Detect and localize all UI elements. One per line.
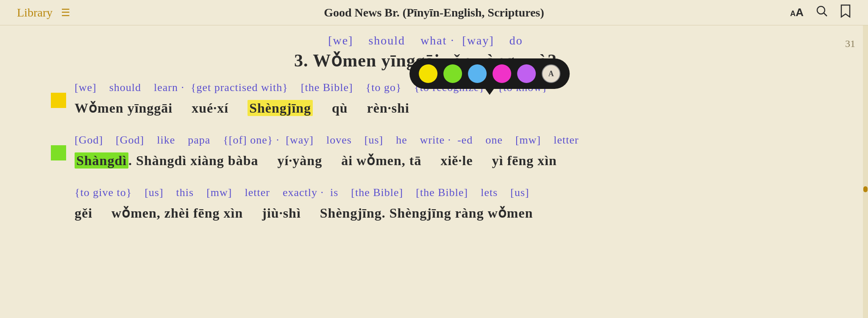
v1g-should: should xyxy=(109,81,141,94)
verse-text-3: {to give to} [us] this [mw] letter exact… xyxy=(75,184,800,224)
svg-line-1 xyxy=(824,13,827,17)
v1g-bible: [the Bible] xyxy=(301,81,353,94)
menu-icon[interactable]: ☰ xyxy=(61,7,70,19)
v2g-he: he xyxy=(396,134,407,146)
verse-3-gloss: {to give to} [us] this [mw] letter exact… xyxy=(75,184,800,201)
v3g-mw: [mw] xyxy=(206,186,232,199)
v2g-papa: papa xyxy=(188,134,210,146)
color-picker-popup: A xyxy=(409,58,570,89)
v3g-bible1: [the Bible] xyxy=(351,186,403,199)
verse-1-pinyin: Wǒmen yīnggāi xué·xí Shèngjīng qù rèn·sh… xyxy=(75,97,800,119)
v2g-write: write xyxy=(420,134,445,146)
color-blue[interactable] xyxy=(468,64,487,83)
verse-1-highlight: Shèngjīng xyxy=(248,100,313,116)
verse-marker-1 xyxy=(51,93,66,108)
app-header: Library ☰ Good News Br. (Pīnyīn-English,… xyxy=(0,0,868,25)
verse-3-pinyin: gěi wǒmen, zhèi fēng xìn jiù·shì Shèngjī… xyxy=(75,202,800,224)
v2g-one: one xyxy=(485,134,503,146)
v2g-god2: [God] xyxy=(116,134,144,146)
header-center: Good News Br. (Pīnyīn-English, Scripture… xyxy=(102,6,766,19)
v2g-ed: -ed xyxy=(457,134,473,146)
verse-2-highlight: Shàngdì xyxy=(75,152,128,169)
v3g-exactly: exactly xyxy=(283,186,317,199)
search-button[interactable] xyxy=(815,5,828,20)
v2g-us: [us] xyxy=(364,134,383,146)
gloss-word-way: [way] xyxy=(462,34,494,47)
color-purple[interactable] xyxy=(517,64,536,83)
header-left: Library ☰ xyxy=(17,6,102,19)
v2g-like: like xyxy=(157,134,175,146)
color-yellow[interactable] xyxy=(419,64,437,83)
v1g-learn: learn xyxy=(154,81,178,94)
verse-marker-2 xyxy=(51,145,66,160)
header-title: Good News Br. (Pīnyīn-English, Scripture… xyxy=(324,6,544,19)
v2g-of-one: {[of] one} xyxy=(223,134,273,146)
verse-block-2: [God] [God] like papa {[of] one} · [way]… xyxy=(51,132,800,171)
font-size-button[interactable]: AA xyxy=(790,6,804,19)
v3g-lets: lets xyxy=(481,186,498,199)
main-content: [we] should what · [way] do 3. Wǒmen yīn… xyxy=(0,25,868,246)
section-header: [we] should what · [way] do 3. Wǒmen yīn… xyxy=(51,34,800,71)
bookmark-button[interactable] xyxy=(840,4,851,21)
v1g-we: [we] xyxy=(75,81,97,94)
gloss-word-what: what xyxy=(420,34,447,47)
v2g-loves: loves xyxy=(326,134,352,146)
verse-block-3: {to give to} [us] this [mw] letter exact… xyxy=(51,184,800,224)
section-gloss-line: [we] should what · [way] do xyxy=(51,34,800,47)
gloss-word-do: do xyxy=(509,34,523,47)
gloss-word-we: [we] xyxy=(328,34,353,47)
v3g-is: is xyxy=(330,186,338,199)
color-green[interactable] xyxy=(443,64,462,83)
v3g-us: [us] xyxy=(145,186,163,199)
color-none-button[interactable]: A xyxy=(542,64,560,83)
v2g-mw: [mw] xyxy=(515,134,541,146)
v2g-god1: [God] xyxy=(75,134,103,146)
library-link[interactable]: Library xyxy=(17,6,53,19)
verse-2-pinyin: Shàngdì. Shàngdì xiàng bàba yí·yàng ài w… xyxy=(75,150,800,171)
v3g-letter: letter xyxy=(245,186,270,199)
v2g-way: [way] xyxy=(286,134,314,146)
v2g-letter: letter xyxy=(554,134,579,146)
svg-point-0 xyxy=(817,6,825,14)
verse-2-gloss: [God] [God] like papa {[of] one} · [way]… xyxy=(75,132,800,148)
v3g-to-give: {to give to} xyxy=(75,186,132,199)
v1g-to-go: {to go} xyxy=(366,81,402,94)
v3g-bible2: [the Bible] xyxy=(416,186,468,199)
v1g-get: {get practised with} xyxy=(191,81,288,94)
header-right: AA xyxy=(766,4,851,21)
color-pink[interactable] xyxy=(492,64,511,83)
v3g-us2: [us] xyxy=(510,186,529,199)
gloss-word-should: should xyxy=(368,34,405,47)
verse-text-2: [God] [God] like papa {[of] one} · [way]… xyxy=(75,132,800,171)
v3g-this: this xyxy=(176,186,194,199)
